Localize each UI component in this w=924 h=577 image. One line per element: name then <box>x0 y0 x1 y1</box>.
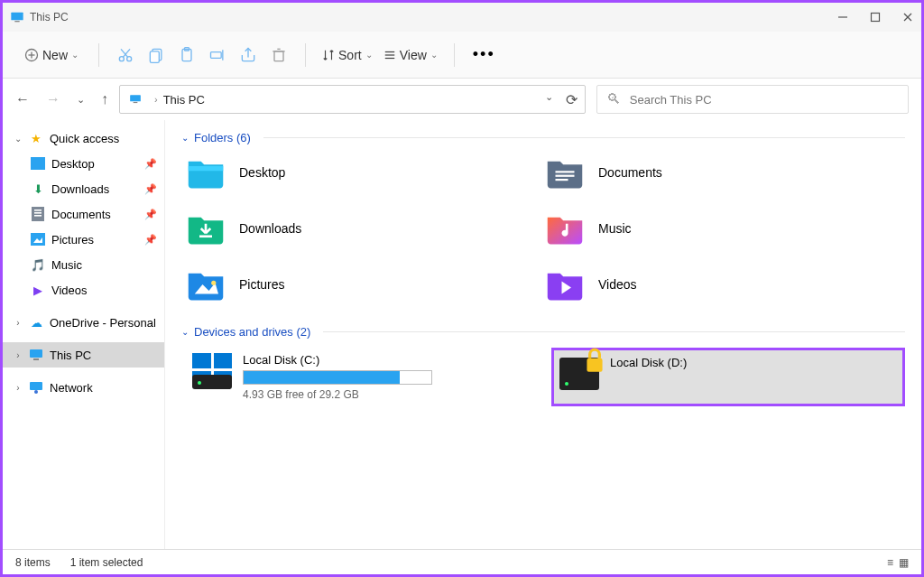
new-button[interactable]: New ⌄ <box>15 42 88 68</box>
desktop-folder-icon <box>187 154 225 191</box>
up-button[interactable]: ↑ <box>101 91 108 107</box>
forward-button[interactable]: → <box>46 91 60 107</box>
status-bar: 8 items 1 item selected ≡ ▦ <box>3 549 921 574</box>
svg-point-37 <box>34 390 38 394</box>
desktop-icon <box>30 155 46 172</box>
minimize-button[interactable] <box>836 11 849 23</box>
plus-circle-icon <box>24 48 39 62</box>
this-pc-icon <box>127 93 143 106</box>
search-box[interactable]: 🔍︎ <box>596 85 909 114</box>
sort-label: Sort <box>338 48 362 62</box>
sort-button[interactable]: Sort ⌄ <box>317 48 378 62</box>
close-button[interactable] <box>901 11 914 23</box>
svg-rect-40 <box>556 175 575 177</box>
chevron-down-icon: ⌄ <box>71 50 79 60</box>
tree-pictures[interactable]: Pictures 📌 <box>3 227 164 252</box>
folder-desktop[interactable]: Desktop <box>187 154 546 191</box>
tree-label: Downloads <box>51 182 109 196</box>
copy-button[interactable] <box>141 40 171 70</box>
folder-label: Music <box>598 221 632 236</box>
tiles-view-button[interactable]: ▦ <box>899 556 909 569</box>
svg-rect-25 <box>130 95 141 101</box>
pin-icon: 📌 <box>144 183 157 195</box>
tree-quick-access[interactable]: ⌄ ★ Quick access <box>3 126 164 151</box>
svg-rect-0 <box>11 13 23 21</box>
view-icon <box>383 49 396 61</box>
svg-rect-35 <box>33 358 39 360</box>
group-header-label: Folders (6) <box>194 131 251 144</box>
svg-rect-38 <box>189 166 224 171</box>
recent-locations-button[interactable]: ⌄ <box>77 94 85 106</box>
tree-desktop[interactable]: Desktop 📌 <box>3 151 164 176</box>
tree-downloads[interactable]: ⬇ Downloads 📌 <box>3 176 164 201</box>
new-button-label: New <box>42 48 68 62</box>
folder-documents[interactable]: Documents <box>546 154 905 191</box>
group-header-drives[interactable]: ⌄ Devices and drives (2) <box>181 325 905 339</box>
drive-d[interactable]: Local Disk (D:) <box>551 348 905 406</box>
view-button[interactable]: View ⌄ <box>378 48 443 62</box>
group-header-folders[interactable]: ⌄ Folders (6) <box>181 131 905 144</box>
tree-label: Quick access <box>50 132 119 145</box>
back-button[interactable]: ← <box>15 91 30 107</box>
drive-usage-bar <box>243 370 432 385</box>
folder-downloads[interactable]: Downloads <box>187 209 546 247</box>
folder-label: Documents <box>598 165 662 180</box>
download-icon: ⬇ <box>30 181 46 197</box>
share-button[interactable] <box>233 40 263 70</box>
svg-rect-28 <box>32 207 44 221</box>
drive-icon <box>192 375 232 389</box>
svg-rect-39 <box>556 171 575 172</box>
tree-this-pc[interactable]: › This PC <box>3 342 164 368</box>
svg-rect-3 <box>872 14 880 22</box>
breadcrumb-separator: › <box>154 94 158 105</box>
videos-icon: ▶ <box>30 282 46 298</box>
more-button[interactable]: ••• <box>466 45 503 64</box>
tree-network[interactable]: › Network <box>3 375 164 400</box>
tree-music[interactable]: 🎵 Music <box>3 252 164 277</box>
search-input[interactable] <box>630 93 899 107</box>
chevron-down-icon: ⌄ <box>181 133 189 143</box>
tree-documents[interactable]: Documents 📌 <box>3 201 164 227</box>
content-pane: ⌄ Folders (6) Desktop Documents Download… <box>165 120 921 549</box>
folder-videos[interactable]: Videos <box>546 265 905 303</box>
address-bar[interactable]: › This PC ⌄ ⟳ <box>119 85 586 114</box>
svg-rect-27 <box>31 157 45 170</box>
drive-c[interactable]: Local Disk (C:) 4.93 GB free of 29.2 GB <box>187 348 541 406</box>
folder-label: Desktop <box>239 165 285 180</box>
chevron-down-icon: ⌄ <box>430 50 438 60</box>
pictures-icon <box>30 231 46 247</box>
address-dropdown-button[interactable]: ⌄ <box>545 91 553 108</box>
drive-name: Local Disk (C:) <box>243 353 432 367</box>
sort-icon <box>322 49 335 61</box>
tree-videos[interactable]: ▶ Videos <box>3 277 164 302</box>
maximize-button[interactable] <box>869 11 882 23</box>
folder-music[interactable]: Music <box>546 209 905 247</box>
status-item-count: 8 items <box>15 556 51 569</box>
navigation-pane: ⌄ ★ Quick access Desktop 📌 ⬇ Downloads 📌… <box>3 120 165 549</box>
refresh-button[interactable]: ⟳ <box>566 91 578 108</box>
folder-label: Downloads <box>239 221 301 236</box>
network-icon <box>28 379 44 396</box>
group-header-label: Devices and drives (2) <box>194 325 310 339</box>
separator <box>305 43 306 67</box>
svg-point-10 <box>127 56 132 60</box>
tree-label: Videos <box>51 284 88 297</box>
tree-label: Music <box>51 258 82 272</box>
svg-rect-14 <box>150 51 159 62</box>
details-view-button[interactable]: ≡ <box>887 556 893 569</box>
music-folder-icon <box>546 209 584 247</box>
paste-button[interactable] <box>171 40 202 70</box>
drive-name: Local Disk (D:) <box>610 356 687 369</box>
chevron-down-icon: ⌄ <box>14 134 23 144</box>
svg-point-9 <box>119 56 124 60</box>
tree-label: Desktop <box>51 157 95 171</box>
tree-onedrive[interactable]: › ☁ OneDrive - Personal <box>3 310 164 335</box>
rename-button[interactable] <box>202 40 233 70</box>
delete-button[interactable] <box>263 40 294 70</box>
folder-pictures[interactable]: Pictures <box>187 265 546 303</box>
svg-point-44 <box>211 281 216 285</box>
cut-button[interactable] <box>110 40 141 70</box>
search-icon: 🔍︎ <box>606 91 621 107</box>
breadcrumb[interactable]: This PC <box>163 93 205 107</box>
chevron-down-icon: ⌄ <box>181 327 189 337</box>
